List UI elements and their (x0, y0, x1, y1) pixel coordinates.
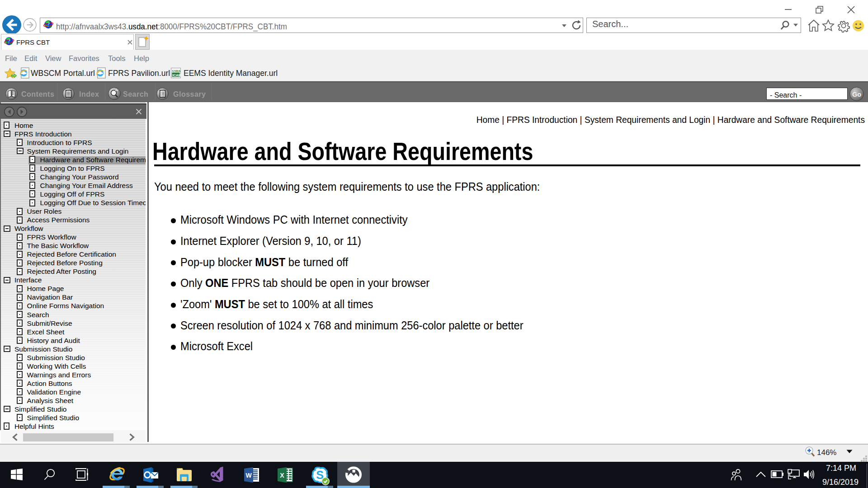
svg-text:?: ? (47, 21, 50, 28)
svg-text:Go: Go (852, 91, 861, 98)
svg-text:ICAM: ICAM (172, 73, 181, 77)
svg-text:X: X (280, 472, 284, 479)
svg-text:W: W (245, 472, 252, 479)
svg-text:?: ? (8, 38, 11, 45)
svg-text:USDA: USDA (172, 69, 180, 72)
